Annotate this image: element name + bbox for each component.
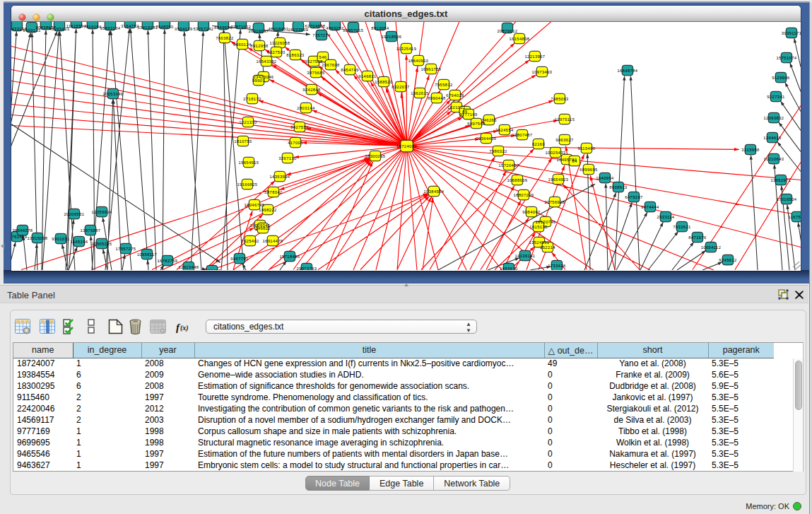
svg-text:53767242: 53767242 (194, 27, 214, 31)
svg-text:2718170: 2718170 (243, 97, 261, 101)
svg-text:7632621: 7632621 (673, 225, 690, 229)
svg-text:7816184: 7816184 (83, 25, 102, 29)
svg-text:20364436: 20364436 (476, 136, 497, 141)
svg-text:17016504: 17016504 (777, 197, 797, 201)
svg-text:7986322: 7986322 (489, 149, 507, 153)
svg-text:14136141: 14136141 (515, 254, 536, 258)
svg-text:10654112: 10654112 (701, 245, 722, 250)
svg-text:30391171: 30391171 (782, 31, 801, 35)
svg-text:19654923: 19654923 (548, 177, 569, 182)
svg-text:1733426: 1733426 (548, 264, 565, 268)
svg-text:9327508: 9327508 (305, 59, 322, 64)
svg-text:3164752: 3164752 (121, 24, 139, 28)
svg-text:18807209: 18807209 (514, 193, 534, 197)
svg-text:18724007: 18724007 (396, 144, 417, 148)
svg-text:3267130: 3267130 (278, 156, 296, 160)
svg-text:1588520: 1588520 (375, 80, 392, 84)
svg-text:9084067: 9084067 (522, 210, 540, 214)
svg-text:1810755: 1810755 (234, 139, 252, 144)
svg-text:16154808: 16154808 (510, 37, 530, 41)
svg-text:8322037: 8322037 (392, 85, 409, 89)
svg-text:11325419: 11325419 (396, 47, 417, 51)
svg-text:20206551: 20206551 (64, 212, 85, 216)
svg-text:13692971: 13692971 (771, 178, 792, 182)
svg-text:8849696: 8849696 (214, 25, 232, 30)
svg-text:9474444: 9474444 (641, 205, 659, 209)
svg-text:1498222: 1498222 (259, 208, 276, 212)
svg-text:12213967: 12213967 (525, 54, 546, 59)
svg-text:18640910: 18640910 (408, 59, 429, 63)
svg-text:8471676: 8471676 (688, 235, 706, 240)
svg-text:22782489: 22782489 (11, 235, 28, 239)
svg-text:6794028: 6794028 (446, 93, 464, 98)
svg-text:10973493: 10973493 (532, 70, 553, 74)
svg-text:(x): (x) (180, 324, 189, 332)
svg-text:2803144: 2803144 (297, 106, 315, 110)
svg-text:9301031: 9301031 (52, 237, 69, 241)
svg-text:38346578: 38346578 (13, 228, 33, 233)
svg-text:1145194: 1145194 (71, 240, 88, 244)
svg-text:10025433: 10025433 (546, 151, 566, 155)
svg-text:84: 84 (572, 159, 577, 163)
svg-text:9777169: 9777169 (459, 112, 477, 117)
svg-text:8427552: 8427552 (290, 125, 308, 129)
svg-text:8912958: 8912958 (250, 44, 268, 48)
svg-text:9242848: 9242848 (302, 88, 320, 92)
svg-text:9457791: 9457791 (230, 257, 248, 261)
svg-text:16543382: 16543382 (257, 59, 277, 64)
svg-text:1656670: 1656670 (500, 267, 517, 271)
svg-text:252214: 252214 (540, 245, 555, 250)
svg-text:19384554: 19384554 (424, 189, 445, 194)
svg-text:8990448: 8990448 (428, 96, 445, 100)
svg-text:3215958: 3215958 (741, 148, 759, 152)
svg-text:95931034: 95931034 (100, 26, 121, 30)
svg-text:18300295: 18300295 (365, 154, 386, 158)
svg-text:10046745: 10046745 (245, 203, 265, 207)
svg-text:19166825: 19166825 (237, 182, 258, 187)
svg-text:546: 546 (319, 55, 327, 59)
svg-text:15720407: 15720407 (499, 163, 519, 168)
svg-text:62160: 62160 (532, 142, 545, 146)
svg-text:9245612: 9245612 (719, 258, 736, 262)
svg-text:10807487: 10807487 (512, 133, 533, 137)
svg-text:8660124: 8660124 (233, 42, 252, 47)
svg-text:9227341: 9227341 (767, 95, 784, 99)
svg-text:62704828: 62704828 (305, 24, 326, 28)
svg-text:7485063: 7485063 (551, 97, 568, 101)
svg-text:1615132: 1615132 (529, 225, 547, 229)
svg-text:8813054: 8813054 (371, 26, 389, 30)
svg-text:417006: 417006 (288, 141, 303, 145)
svg-text:19654915: 19654915 (239, 160, 259, 165)
svg-text:8454749: 8454749 (341, 68, 358, 72)
svg-text:8938913: 8938913 (609, 185, 627, 189)
svg-text:5878342: 5878342 (264, 190, 282, 194)
svg-text:16648784: 16648784 (618, 69, 638, 73)
svg-text:48018451: 48018451 (269, 27, 289, 31)
svg-text:2967608: 2967608 (322, 63, 339, 67)
svg-text:1167534: 1167534 (789, 215, 801, 219)
svg-text:0564139: 0564139 (175, 27, 192, 31)
svg-text:9463627: 9463627 (555, 138, 573, 142)
svg-text:12923448: 12923448 (179, 265, 199, 269)
svg-text:20053346: 20053346 (103, 92, 124, 96)
svg-text:1221330: 1221330 (239, 120, 257, 124)
svg-text:15751074: 15751074 (777, 56, 797, 60)
svg-text:19218506: 19218506 (382, 35, 402, 39)
svg-text:4893252: 4893252 (326, 26, 343, 30)
svg-text:14353594: 14353594 (270, 175, 290, 179)
svg-text:17957275: 17957275 (116, 247, 136, 251)
svg-text:1640954: 1640954 (596, 176, 614, 180)
svg-text:13975887: 13975887 (81, 228, 101, 233)
svg-text:3875685: 3875685 (307, 71, 324, 75)
svg-text:6497568: 6497568 (467, 122, 485, 126)
svg-text:10688609: 10688609 (507, 178, 528, 182)
svg-text:10958117: 10958117 (137, 252, 158, 257)
svg-text:10210643: 10210643 (764, 157, 784, 161)
svg-text:20756928: 20756928 (545, 200, 565, 204)
svg-text:15718485: 15718485 (280, 255, 300, 259)
svg-text:6899695: 6899695 (579, 168, 597, 172)
svg-text:29973763: 29973763 (297, 267, 317, 271)
svg-text:16961758: 16961758 (421, 67, 442, 71)
svg-text:16782759: 16782759 (158, 259, 178, 263)
svg-text:9146821: 9146821 (358, 74, 376, 78)
